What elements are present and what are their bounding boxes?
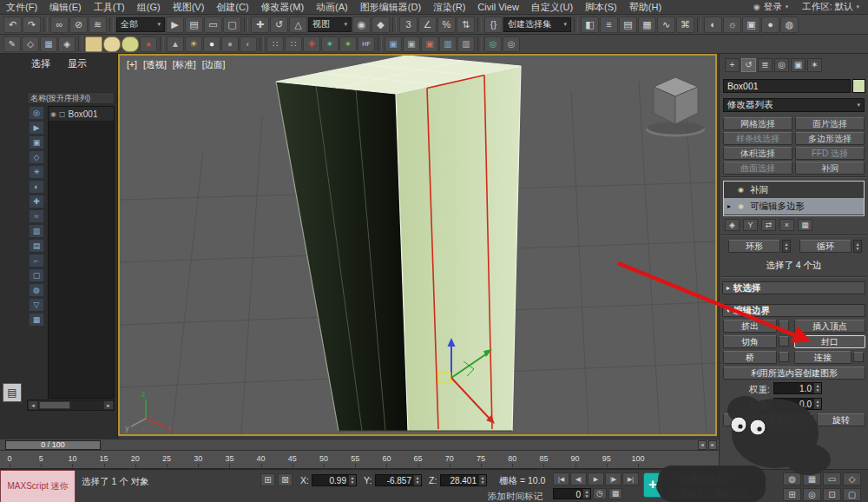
selection-lock-icon[interactable]: ⊠: [278, 473, 293, 486]
cube-gray-icon[interactable]: ▣: [403, 36, 420, 52]
viewport-menu-view[interactable]: [透视]: [143, 59, 167, 71]
zoom-extents-icon[interactable]: ▦: [803, 472, 821, 485]
maximize-viewport-icon[interactable]: ⊡: [823, 488, 841, 501]
paint-deform-icon[interactable]: ◈: [58, 36, 76, 52]
ribbon-toggle-icon[interactable]: ▦: [638, 17, 656, 33]
undo-icon[interactable]: ↶: [3, 17, 22, 33]
ref-coord-dropdown[interactable]: 视图▾: [308, 17, 352, 32]
box-object[interactable]: [276, 56, 521, 431]
shape-capsule-icon[interactable]: [103, 36, 121, 52]
maxscript-mini-listener[interactable]: MAXScript 迷你: [0, 470, 76, 502]
spinner-arrows-icon[interactable]: ▲▼: [413, 475, 421, 485]
bind-spacewarp-icon[interactable]: ≋: [89, 17, 107, 33]
time-slider-handle[interactable]: 0 / 100: [5, 440, 101, 450]
next-frame-button[interactable]: |▶: [605, 472, 621, 485]
menu-item-12[interactable]: 自定义(U): [525, 0, 579, 14]
redo-icon[interactable]: ↷: [23, 17, 41, 33]
select-link-icon[interactable]: ∞: [50, 17, 69, 33]
menu-item-1[interactable]: 文件(F): [0, 0, 43, 14]
display-geometry-icon[interactable]: ▣: [29, 135, 44, 149]
tab-hierarchy-icon[interactable]: ≣: [758, 58, 773, 72]
object-color-swatch[interactable]: [852, 79, 865, 93]
menu-item-11[interactable]: Civil View: [471, 0, 524, 14]
menu-item-14[interactable]: 帮助(H): [623, 0, 667, 14]
dot-grid-icon[interactable]: ∷: [266, 36, 284, 52]
sphere-white-icon[interactable]: ●: [203, 36, 220, 52]
viewcube[interactable]: [647, 77, 704, 135]
menu-item-9[interactable]: 图形编辑器(D): [354, 0, 427, 14]
spinner-arrows-icon[interactable]: ▲▼: [813, 399, 821, 409]
polygon-mode-icon[interactable]: ◇: [22, 36, 39, 52]
y-value[interactable]: -6.857: [376, 475, 413, 485]
scroll-thumb[interactable]: [39, 401, 70, 409]
create-shape-button[interactable]: 利用所选内容创建图形: [723, 367, 865, 380]
tab-motion-icon[interactable]: ◎: [774, 58, 789, 72]
scroll-track[interactable]: [38, 400, 103, 410]
login-menu[interactable]: ◉ 登录 ▾: [753, 1, 788, 13]
current-frame-field[interactable]: 0 ▲▼: [553, 488, 591, 499]
remove-modifier-icon[interactable]: ×: [779, 219, 794, 231]
connect-button[interactable]: 连接: [794, 351, 852, 364]
pan-view-icon[interactable]: ⊞: [783, 488, 801, 501]
spinner-arrows-icon[interactable]: ▲▼: [478, 475, 486, 485]
key-filters-button[interactable]: 关键点过滤器...: [666, 488, 749, 500]
percent-snap-icon[interactable]: %: [437, 17, 456, 33]
bridge-button[interactable]: 桥: [723, 351, 777, 364]
orbit-icon[interactable]: ◎: [803, 488, 821, 501]
timeline-ruler[interactable]: 0510152025303540455055606570758085909510…: [0, 451, 719, 469]
explorer-select-icon[interactable]: ▶: [29, 121, 44, 135]
connect-settings-button[interactable]: [853, 352, 864, 362]
menu-item-2[interactable]: 编辑(E): [43, 0, 88, 14]
mirror-icon[interactable]: ◧: [581, 17, 599, 33]
spinner-snap-icon[interactable]: ⇅: [457, 17, 475, 33]
display-bones-icon[interactable]: ⌐: [29, 254, 44, 268]
bridge-settings-button[interactable]: [779, 352, 789, 362]
zoom-icon[interactable]: ◍: [783, 472, 801, 485]
field-of-view-icon[interactable]: ◇: [843, 472, 861, 485]
layers-gray-icon[interactable]: ▥: [457, 36, 475, 52]
chamfer-settings-button[interactable]: [779, 336, 789, 347]
modifier-enable-icon[interactable]: ◉: [738, 186, 746, 194]
zoom-region-icon[interactable]: ▭: [823, 472, 841, 485]
cube-red-icon[interactable]: ▣: [421, 36, 438, 52]
configure-sets-icon[interactable]: ▦: [798, 219, 812, 231]
red-cross-icon[interactable]: ✚: [303, 36, 320, 52]
lattice-icon[interactable]: ▦: [40, 36, 57, 52]
material-editor-icon[interactable]: ◐: [704, 17, 722, 33]
shape-rect-icon[interactable]: [85, 36, 102, 52]
display-materials-icon[interactable]: ◍: [29, 283, 44, 297]
hf-icon[interactable]: HF: [358, 36, 375, 52]
tab-display-icon[interactable]: ▣: [791, 58, 806, 72]
play-button[interactable]: ▶: [588, 472, 604, 485]
modifier-set-button-2[interactable]: 面片选择: [795, 117, 865, 130]
key-mode-icon[interactable]: ▦: [608, 488, 622, 499]
modifier-set-button-1[interactable]: 网格选择: [723, 117, 792, 130]
named-sets-icon[interactable]: {}: [484, 17, 503, 33]
unlink-selection-icon[interactable]: ⊘: [69, 17, 88, 33]
select-rotate-icon[interactable]: ↺: [270, 17, 288, 33]
time-slider-next-icon[interactable]: ▸: [708, 440, 717, 450]
time-config-icon[interactable]: ◷: [593, 488, 607, 499]
sphere-gray-icon[interactable]: ●: [221, 36, 239, 52]
display-groups-icon[interactable]: ▥: [29, 224, 44, 238]
create-selection-set-dropdown[interactable]: 创建选择集▾: [503, 17, 571, 32]
render-setup-icon[interactable]: ☼: [723, 17, 741, 33]
explorer-tab-select[interactable]: 选择: [31, 57, 50, 70]
explorer-settings-icon[interactable]: ▦: [29, 313, 44, 327]
viewport-menu-shading[interactable]: [标准]: [173, 59, 196, 71]
menu-item-3[interactable]: 工具(T): [88, 0, 131, 14]
display-helpers-icon[interactable]: ✚: [29, 195, 44, 208]
ring-button[interactable]: 环形: [728, 240, 780, 253]
crease-value[interactable]: 0.0: [774, 399, 813, 409]
curve-editor-icon[interactable]: ∿: [657, 17, 675, 33]
insert-vertex-button[interactable]: 插入顶点: [794, 320, 865, 333]
modifier-set-button-5[interactable]: 体积选择: [723, 147, 792, 160]
menu-item-8[interactable]: 动画(A): [310, 0, 354, 14]
sun-light-icon[interactable]: ☀: [185, 36, 202, 52]
add-button[interactable]: +: [643, 472, 662, 498]
dot-grid2-icon[interactable]: ∷: [285, 36, 302, 52]
pin-stack-icon[interactable]: ◈: [725, 219, 740, 231]
offset-mode-icon[interactable]: ⊞: [260, 473, 275, 486]
workspace-menu[interactable]: 工作区: 默认 ▾: [802, 1, 859, 13]
rendered-frame-window-icon[interactable]: ▣: [742, 17, 760, 33]
